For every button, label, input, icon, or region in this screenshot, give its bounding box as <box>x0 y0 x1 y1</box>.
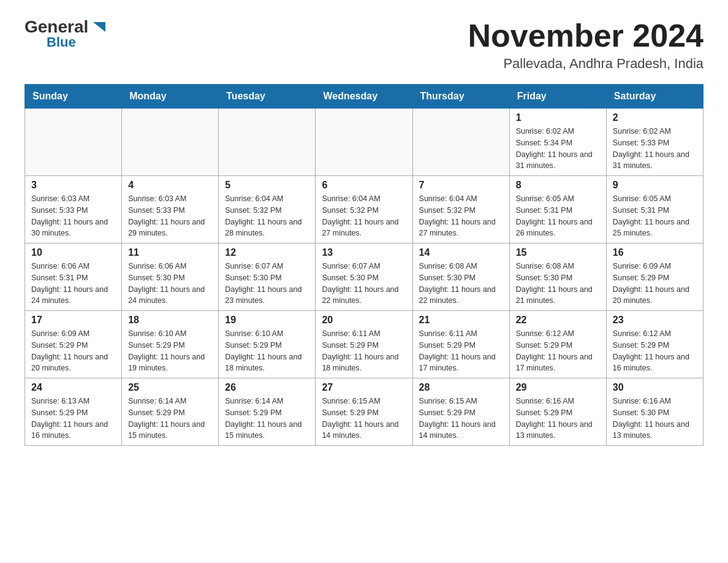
day-number: 11 <box>128 247 212 258</box>
calendar-cell: 23Sunrise: 6:12 AM Sunset: 5:29 PM Dayli… <box>606 311 703 378</box>
weekday-header-monday: Monday <box>122 85 219 109</box>
day-number: 20 <box>322 315 406 326</box>
day-number: 7 <box>419 180 503 191</box>
day-number: 5 <box>225 180 309 191</box>
day-number: 13 <box>322 247 406 258</box>
day-info: Sunrise: 6:09 AM Sunset: 5:29 PM Dayligh… <box>31 328 115 374</box>
day-number: 23 <box>613 315 697 326</box>
calendar-cell <box>219 109 316 176</box>
day-info: Sunrise: 6:03 AM Sunset: 5:33 PM Dayligh… <box>128 193 212 239</box>
calendar-cell: 8Sunrise: 6:05 AM Sunset: 5:31 PM Daylig… <box>509 176 606 243</box>
calendar-cell: 22Sunrise: 6:12 AM Sunset: 5:29 PM Dayli… <box>509 311 606 378</box>
day-number: 6 <box>322 180 406 191</box>
day-info: Sunrise: 6:08 AM Sunset: 5:30 PM Dayligh… <box>419 261 503 307</box>
calendar-cell: 19Sunrise: 6:10 AM Sunset: 5:29 PM Dayli… <box>219 311 316 378</box>
day-number: 3 <box>31 180 115 191</box>
svg-marker-0 <box>93 22 105 32</box>
calendar-week-2: 3Sunrise: 6:03 AM Sunset: 5:33 PM Daylig… <box>25 176 703 243</box>
day-info: Sunrise: 6:15 AM Sunset: 5:29 PM Dayligh… <box>419 396 503 442</box>
day-info: Sunrise: 6:05 AM Sunset: 5:31 PM Dayligh… <box>516 193 600 239</box>
day-info: Sunrise: 6:07 AM Sunset: 5:30 PM Dayligh… <box>322 261 406 307</box>
day-info: Sunrise: 6:04 AM Sunset: 5:32 PM Dayligh… <box>419 193 503 239</box>
day-info: Sunrise: 6:03 AM Sunset: 5:33 PM Dayligh… <box>31 193 115 239</box>
day-info: Sunrise: 6:16 AM Sunset: 5:30 PM Dayligh… <box>613 396 697 442</box>
weekday-header-saturday: Saturday <box>606 85 703 109</box>
day-number: 17 <box>31 315 115 326</box>
calendar-header-row: SundayMondayTuesdayWednesdayThursdayFrid… <box>25 85 703 109</box>
calendar-cell: 7Sunrise: 6:04 AM Sunset: 5:32 PM Daylig… <box>412 176 509 243</box>
day-info: Sunrise: 6:02 AM Sunset: 5:34 PM Dayligh… <box>516 126 600 172</box>
calendar-cell: 14Sunrise: 6:08 AM Sunset: 5:30 PM Dayli… <box>412 243 509 311</box>
day-number: 30 <box>613 382 697 393</box>
day-number: 10 <box>31 247 115 258</box>
logo-triangle-icon <box>91 18 108 36</box>
calendar-cell <box>316 109 412 176</box>
calendar-table: SundayMondayTuesdayWednesdayThursdayFrid… <box>25 84 703 446</box>
day-info: Sunrise: 6:04 AM Sunset: 5:32 PM Dayligh… <box>322 193 406 239</box>
day-info: Sunrise: 6:10 AM Sunset: 5:29 PM Dayligh… <box>128 328 212 374</box>
calendar-cell: 18Sunrise: 6:10 AM Sunset: 5:29 PM Dayli… <box>122 311 219 378</box>
day-number: 25 <box>128 382 212 393</box>
calendar-cell: 25Sunrise: 6:14 AM Sunset: 5:29 PM Dayli… <box>122 378 219 446</box>
logo-blue-text: Blue <box>47 36 76 49</box>
day-info: Sunrise: 6:11 AM Sunset: 5:29 PM Dayligh… <box>419 328 503 374</box>
weekday-header-sunday: Sunday <box>25 85 122 109</box>
weekday-header-tuesday: Tuesday <box>219 85 316 109</box>
day-number: 1 <box>516 112 600 123</box>
calendar-week-5: 24Sunrise: 6:13 AM Sunset: 5:29 PM Dayli… <box>25 378 703 446</box>
calendar-cell: 1Sunrise: 6:02 AM Sunset: 5:34 PM Daylig… <box>509 109 606 176</box>
calendar-cell: 30Sunrise: 6:16 AM Sunset: 5:30 PM Dayli… <box>606 378 703 446</box>
day-info: Sunrise: 6:02 AM Sunset: 5:33 PM Dayligh… <box>613 126 697 172</box>
calendar-cell: 15Sunrise: 6:08 AM Sunset: 5:30 PM Dayli… <box>509 243 606 311</box>
day-info: Sunrise: 6:10 AM Sunset: 5:29 PM Dayligh… <box>225 328 309 374</box>
day-info: Sunrise: 6:15 AM Sunset: 5:29 PM Dayligh… <box>322 396 406 442</box>
day-info: Sunrise: 6:04 AM Sunset: 5:32 PM Dayligh… <box>225 193 309 239</box>
calendar-cell: 9Sunrise: 6:05 AM Sunset: 5:31 PM Daylig… <box>606 176 703 243</box>
day-info: Sunrise: 6:05 AM Sunset: 5:31 PM Dayligh… <box>613 193 697 239</box>
day-number: 2 <box>613 112 697 123</box>
calendar-cell: 24Sunrise: 6:13 AM Sunset: 5:29 PM Dayli… <box>25 378 122 446</box>
month-title: November 2024 <box>468 18 703 53</box>
day-info: Sunrise: 6:06 AM Sunset: 5:30 PM Dayligh… <box>128 261 212 307</box>
day-number: 28 <box>419 382 503 393</box>
weekday-header-wednesday: Wednesday <box>316 85 412 109</box>
page-header: General Blue November 2024 Pallevada, An… <box>25 18 703 72</box>
day-number: 4 <box>128 180 212 191</box>
day-number: 14 <box>419 247 503 258</box>
day-info: Sunrise: 6:14 AM Sunset: 5:29 PM Dayligh… <box>225 396 309 442</box>
day-number: 15 <box>516 247 600 258</box>
day-info: Sunrise: 6:09 AM Sunset: 5:29 PM Dayligh… <box>613 261 697 307</box>
calendar-cell: 17Sunrise: 6:09 AM Sunset: 5:29 PM Dayli… <box>25 311 122 378</box>
day-number: 9 <box>613 180 697 191</box>
calendar-cell: 11Sunrise: 6:06 AM Sunset: 5:30 PM Dayli… <box>122 243 219 311</box>
calendar-cell: 5Sunrise: 6:04 AM Sunset: 5:32 PM Daylig… <box>219 176 316 243</box>
calendar-week-3: 10Sunrise: 6:06 AM Sunset: 5:31 PM Dayli… <box>25 243 703 311</box>
calendar-cell: 20Sunrise: 6:11 AM Sunset: 5:29 PM Dayli… <box>316 311 412 378</box>
day-number: 24 <box>31 382 115 393</box>
day-info: Sunrise: 6:12 AM Sunset: 5:29 PM Dayligh… <box>516 328 600 374</box>
calendar-cell: 28Sunrise: 6:15 AM Sunset: 5:29 PM Dayli… <box>412 378 509 446</box>
calendar-cell <box>25 109 122 176</box>
calendar-week-1: 1Sunrise: 6:02 AM Sunset: 5:34 PM Daylig… <box>25 109 703 176</box>
day-number: 21 <box>419 315 503 326</box>
weekday-header-friday: Friday <box>509 85 606 109</box>
day-number: 16 <box>613 247 697 258</box>
calendar-cell: 26Sunrise: 6:14 AM Sunset: 5:29 PM Dayli… <box>219 378 316 446</box>
title-area: November 2024 Pallevada, Andhra Pradesh,… <box>468 18 703 72</box>
day-number: 8 <box>516 180 600 191</box>
calendar-cell: 29Sunrise: 6:16 AM Sunset: 5:29 PM Dayli… <box>509 378 606 446</box>
day-info: Sunrise: 6:11 AM Sunset: 5:29 PM Dayligh… <box>322 328 406 374</box>
calendar-cell: 3Sunrise: 6:03 AM Sunset: 5:33 PM Daylig… <box>25 176 122 243</box>
day-number: 29 <box>516 382 600 393</box>
day-number: 22 <box>516 315 600 326</box>
location-text: Pallevada, Andhra Pradesh, India <box>468 56 703 72</box>
day-number: 12 <box>225 247 309 258</box>
calendar-cell: 16Sunrise: 6:09 AM Sunset: 5:29 PM Dayli… <box>606 243 703 311</box>
calendar-cell: 2Sunrise: 6:02 AM Sunset: 5:33 PM Daylig… <box>606 109 703 176</box>
calendar-cell: 6Sunrise: 6:04 AM Sunset: 5:32 PM Daylig… <box>316 176 412 243</box>
calendar-cell <box>122 109 219 176</box>
calendar-cell: 27Sunrise: 6:15 AM Sunset: 5:29 PM Dayli… <box>316 378 412 446</box>
day-number: 19 <box>225 315 309 326</box>
logo-general-text: General <box>25 18 88 36</box>
calendar-cell: 13Sunrise: 6:07 AM Sunset: 5:30 PM Dayli… <box>316 243 412 311</box>
